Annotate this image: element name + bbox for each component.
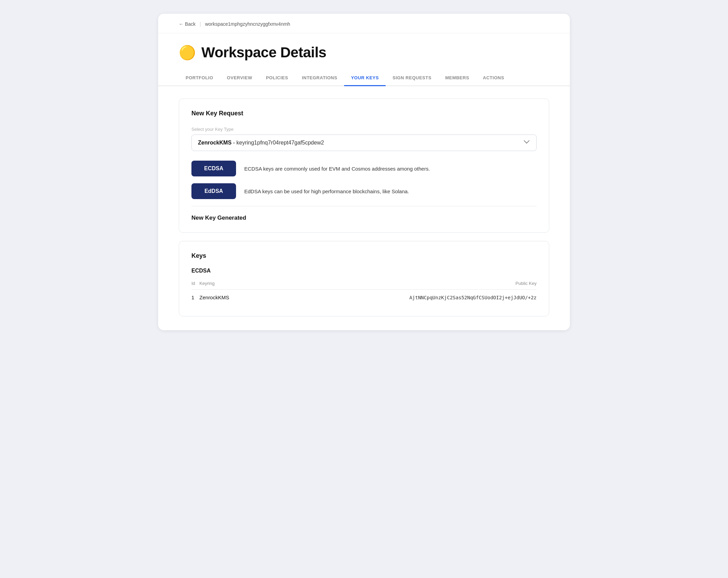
breadcrumb-workspace-id: workspace1mphgzyhncnzyggfxmv4nmh	[205, 21, 290, 27]
back-button[interactable]: ← Back	[179, 21, 196, 27]
breadcrumb: ← Back | workspace1mphgzyhncnzyggfxmv4nm…	[158, 14, 570, 33]
tab-integrations[interactable]: INTEGRATIONS	[295, 70, 344, 86]
keyring-name: ZenrockKMS	[198, 140, 232, 146]
tab-policies[interactable]: POLICIES	[259, 70, 295, 86]
content-area: New Key Request Select your Key Type Zen…	[158, 86, 570, 316]
new-key-generated-title: New Key Generated	[191, 215, 537, 221]
table-row: 1 ZenrockKMS AjtNNCpqUnzKjC2Sas52NqGfCSU…	[191, 290, 537, 305]
new-key-request-card: New Key Request Select your Key Type Zen…	[179, 99, 549, 233]
keys-card-title: Keys	[191, 252, 537, 259]
eddsa-button[interactable]: EdDSA	[191, 183, 236, 199]
keyring-separator: -	[233, 140, 236, 146]
key-type-select[interactable]: ZenrockKMS - keyring1pfnq7r04rept47gaf5c…	[191, 135, 537, 151]
keys-card: Keys ECDSA Id Keyring Public Key 1 Zenro…	[179, 241, 549, 316]
workspace-icon: 🟡	[179, 46, 196, 59]
table-header-row: Id Keyring Public Key	[191, 278, 537, 290]
row-keyring: ZenrockKMS	[199, 290, 263, 305]
keyring-id: keyring1pfnq7r04rept47gaf5cpdew2	[236, 140, 324, 146]
new-key-generated-section: New Key Generated	[191, 206, 537, 221]
tab-sign-requests[interactable]: SIGN REQUESTS	[386, 70, 438, 86]
row-public-key: AjtNNCpqUnzKjC2Sas52NqGfCSUodOI2j+ejJdUO…	[263, 290, 537, 305]
eddsa-row: EdDSA EdDSA keys can be used for high pe…	[191, 183, 537, 199]
ecdsa-button[interactable]: ECDSA	[191, 161, 236, 176]
col-header-id: Id	[191, 278, 199, 290]
keys-table: Id Keyring Public Key 1 ZenrockKMS AjtNN…	[191, 278, 537, 305]
page-container: ← Back | workspace1mphgzyhncnzyggfxmv4nm…	[158, 14, 570, 330]
ecdsa-row: ECDSA ECDSA keys are commonly used for E…	[191, 161, 537, 176]
breadcrumb-separator: |	[200, 21, 201, 27]
new-key-request-title: New Key Request	[191, 110, 537, 117]
tab-overview[interactable]: OVERVIEW	[220, 70, 259, 86]
row-id: 1	[191, 290, 199, 305]
tab-actions[interactable]: ACTIONS	[476, 70, 511, 86]
eddsa-description: EdDSA keys can be used for high performa…	[244, 188, 409, 194]
tab-your-keys[interactable]: YOUR KEYS	[344, 70, 386, 86]
page-header: 🟡 Workspace Details	[158, 33, 570, 70]
select-key-type-label: Select your Key Type	[191, 127, 537, 132]
tab-portfolio[interactable]: PORTFOLIO	[179, 70, 220, 86]
select-display[interactable]: ZenrockKMS - keyring1pfnq7r04rept47gaf5c…	[192, 135, 536, 151]
tabs-bar: PORTFOLIO OVERVIEW POLICIES INTEGRATIONS…	[158, 70, 570, 86]
tab-members[interactable]: MEMBERS	[438, 70, 476, 86]
chevron-down-icon	[525, 140, 530, 146]
page-title: Workspace Details	[201, 44, 326, 61]
col-header-keyring: Keyring	[199, 278, 263, 290]
selected-keyring-display: ZenrockKMS - keyring1pfnq7r04rept47gaf5c…	[198, 140, 324, 146]
ecdsa-section-label: ECDSA	[191, 268, 537, 274]
ecdsa-description: ECDSA keys are commonly used for EVM and…	[244, 166, 430, 172]
col-header-public-key: Public Key	[263, 278, 537, 290]
